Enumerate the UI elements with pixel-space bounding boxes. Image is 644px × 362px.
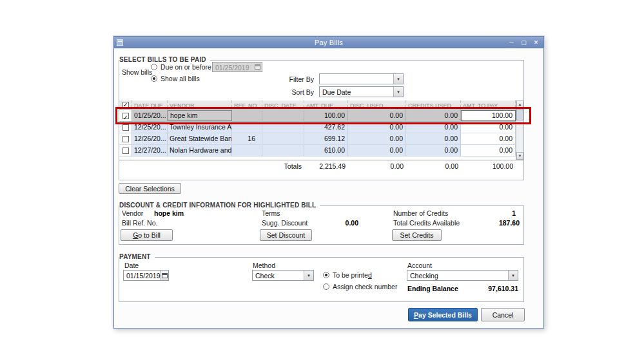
pay-selected-bills-button[interactable]: Pay Selected Bills <box>408 308 478 321</box>
totals-row: Totals 2,215.49 0.00 0.00 100.00 <box>119 162 516 170</box>
payment-method-value: Check <box>255 272 275 280</box>
scroll-up-icon[interactable]: ▲ <box>516 100 523 108</box>
payment-section: PAYMENT Date 01/15/2019 Method Check ▼ T… <box>119 257 524 302</box>
due-on-or-before-radio[interactable] <box>151 64 157 70</box>
cell-date-due: 01/25/20... <box>132 110 168 121</box>
assign-check-number-option[interactable]: Assign check number <box>323 283 397 291</box>
titlebar[interactable]: Pay Bills ─ ▢ ✕ <box>114 37 543 48</box>
terms-label: Terms <box>262 209 280 217</box>
cell-disc-used: 0.00 <box>348 133 406 144</box>
bill-ref-no-label: Bill Ref. No. <box>122 219 157 227</box>
cell-disc-date <box>262 145 304 156</box>
totals-amt-due: 2,215.49 <box>304 162 348 170</box>
show-all-bills-radio[interactable] <box>151 75 157 82</box>
discount-credit-section-label: DISCOUNT & CREDIT INFORMATION FOR HIGHLI… <box>119 202 320 209</box>
chevron-down-icon[interactable]: ▼ <box>304 271 313 280</box>
assign-check-number-radio[interactable] <box>323 283 329 290</box>
filter-by-dropdown[interactable]: ▼ <box>319 73 404 84</box>
table-scrollbar[interactable]: ▲ ▼ <box>516 100 523 160</box>
cell-amt-to-pay[interactable]: 0.00 <box>461 145 516 156</box>
discount-credit-section: DISCOUNT & CREDIT INFORMATION FOR HIGHLI… <box>119 205 524 245</box>
scrollbar-thumb[interactable] <box>516 109 523 120</box>
cell-disc-date <box>262 110 304 121</box>
vendor-label: Vendor <box>122 209 143 217</box>
calendar-icon[interactable] <box>161 271 168 280</box>
col-header-disc-used: DISC. USED <box>348 100 406 110</box>
maximize-icon[interactable]: ▢ <box>520 40 527 46</box>
show-all-bills-label: Show all bills <box>161 75 200 82</box>
ending-balance-label: Ending Balance <box>407 285 458 292</box>
row-checkbox-cell <box>119 122 132 133</box>
set-discount-button[interactable]: Set Discount <box>260 229 312 241</box>
clear-selections-button[interactable]: Clear Selections <box>119 183 181 194</box>
table-row[interactable]: 12/27/20... Nolan Hardware and ... 610.0… <box>119 145 516 157</box>
cell-credits-used: 0.00 <box>406 145 461 156</box>
cell-ref-no <box>232 145 262 156</box>
row-checkbox[interactable] <box>122 113 129 119</box>
row-checkbox-cell <box>119 145 132 156</box>
totals-label: Totals <box>262 162 304 170</box>
payment-section-label: PAYMENT <box>119 253 155 260</box>
close-icon[interactable]: ✕ <box>532 40 540 46</box>
sort-by-value: Due Date <box>322 88 351 96</box>
payment-date-value[interactable]: 01/15/2019 <box>124 271 161 280</box>
account-label: Account <box>407 262 432 269</box>
payment-method-label: Method <box>253 262 275 269</box>
table-row[interactable]: 01/25/20... hope kim 100.00 0.00 0.00 10… <box>119 110 516 122</box>
row-checkbox[interactable] <box>122 136 129 142</box>
cell-disc-date <box>262 122 304 133</box>
select-bills-section-label: SELECT BILLS TO BE PAID <box>119 56 210 63</box>
row-checkbox[interactable] <box>122 124 129 131</box>
select-all-checkbox[interactable] <box>122 102 129 108</box>
payment-date-field[interactable]: 01/15/2019 <box>123 270 169 281</box>
minimize-icon[interactable]: ─ <box>508 40 515 46</box>
cell-date-due: 12/27/20... <box>132 145 168 156</box>
totals-credits-used: 0.00 <box>406 162 461 170</box>
cancel-button[interactable]: Cancel <box>481 308 525 321</box>
sugg-discount-label: Sugg. Discount <box>262 219 307 227</box>
chevron-down-icon[interactable]: ▼ <box>508 271 518 280</box>
chevron-down-icon[interactable]: ▼ <box>393 87 403 97</box>
dialog-body: SELECT BILLS TO BE PAID Show bills Due o… <box>114 48 543 328</box>
account-dropdown[interactable]: Checking ▼ <box>407 270 518 281</box>
set-credits-button[interactable]: Set Credits <box>392 229 442 241</box>
cell-vendor: Great Statewide Bank <box>168 133 232 144</box>
cell-vendor: Nolan Hardware and ... <box>168 145 232 156</box>
table-row[interactable]: 12/26/20... Great Statewide Bank 16 699.… <box>119 133 516 145</box>
col-header-credits-used: CREDITS USED <box>406 100 461 110</box>
sort-by-dropdown[interactable]: Due Date ▼ <box>319 86 404 97</box>
cell-amt-to-pay[interactable]: 100.00 <box>461 110 516 121</box>
to-be-printed-option[interactable]: To be printed <box>323 271 372 279</box>
show-all-bills-option[interactable]: Show all bills <box>151 75 200 82</box>
scroll-down-icon[interactable]: ▼ <box>516 152 523 160</box>
col-header-ref-no: REF. NO. <box>232 100 262 110</box>
col-header-amt-to-pay: AMT. TO PAY <box>461 100 516 110</box>
cell-date-due: 12/26/20... <box>132 133 168 144</box>
row-checkbox[interactable] <box>122 148 129 154</box>
assign-check-number-label: Assign check number <box>333 283 397 291</box>
chevron-down-icon[interactable]: ▼ <box>393 74 403 84</box>
cell-disc-used: 0.00 <box>348 145 406 156</box>
go-to-bill-button[interactable]: Go to Bill <box>121 229 173 241</box>
cell-date-due: 12/25/20... <box>132 122 168 133</box>
cell-ref-no <box>232 110 262 121</box>
to-be-printed-label: To be printed <box>333 271 372 279</box>
col-header-disc-date: DISC. DATE <box>262 100 304 110</box>
cell-amt-to-pay[interactable]: 0.00 <box>461 122 516 133</box>
payment-method-dropdown[interactable]: Check ▼ <box>252 270 314 281</box>
window-icon <box>117 39 123 46</box>
number-of-credits-value: 1 <box>467 209 516 217</box>
window-controls: ─ ▢ ✕ <box>508 37 540 48</box>
due-on-or-before-option[interactable]: Due on or before <box>151 63 211 71</box>
window-title: Pay Bills <box>114 39 543 46</box>
totals-amt-to-pay: 100.00 <box>461 162 516 170</box>
cell-disc-date <box>262 133 304 144</box>
select-bills-section: SELECT BILLS TO BE PAID Show bills Due o… <box>119 60 524 180</box>
to-be-printed-radio[interactable] <box>323 272 329 278</box>
pay-bills-window: Pay Bills ─ ▢ ✕ SELECT BILLS TO BE PAID … <box>113 36 544 329</box>
table-row[interactable]: 12/25/20... Townley Insurance A... 427.6… <box>119 122 516 133</box>
cell-amt-due: 610.00 <box>304 145 348 156</box>
cell-ref-no: 16 <box>232 133 262 144</box>
cell-amt-to-pay[interactable]: 0.00 <box>461 133 516 144</box>
due-date-value: 01/25/2019 <box>213 62 253 71</box>
